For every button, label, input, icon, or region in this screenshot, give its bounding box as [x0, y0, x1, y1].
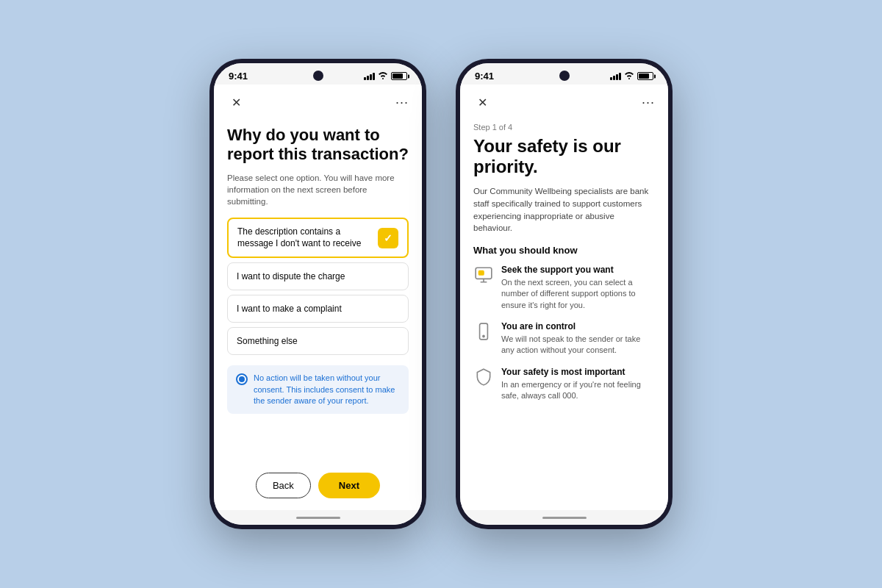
camera-notch-2	[559, 71, 570, 81]
info-title-3: Your safety is most important	[501, 367, 655, 377]
more-button-1[interactable]: ···	[395, 95, 409, 110]
phone-screen-2: 9:41 ✕ ···	[460, 63, 668, 525]
screen1-footer: Back Next	[214, 465, 422, 510]
signal-icon-2	[610, 72, 621, 80]
status-icons-1	[364, 71, 407, 81]
info-content-2: You are in control We will not speak to …	[501, 321, 655, 356]
consent-box: No action will be taken without your con…	[227, 365, 409, 414]
screen2-header: ✕ ···	[460, 85, 668, 120]
screen2-body: Step 1 of 4 Your safety is our priority.…	[460, 120, 668, 510]
info-item-3: Your safety is most important In an emer…	[473, 367, 655, 402]
info-title-2: You are in control	[501, 321, 655, 331]
step-label: Step 1 of 4	[473, 123, 655, 132]
monitor-icon	[473, 265, 494, 285]
screen1-body: Why do you want to report this transacti…	[214, 120, 422, 465]
close-button-1[interactable]: ✕	[227, 93, 245, 111]
close-button-2[interactable]: ✕	[473, 93, 491, 111]
signal-icon-1	[364, 72, 375, 80]
next-button[interactable]: Next	[318, 473, 380, 498]
info-content-3: Your safety is most important In an emer…	[501, 367, 655, 402]
info-content-1: Seek the support you want On the next sc…	[501, 265, 655, 311]
screen1-content: ✕ ··· Why do you want to report this tra…	[214, 85, 422, 510]
option-selected[interactable]: The description contains a message I don…	[227, 218, 409, 258]
status-icons-2	[610, 71, 653, 81]
consent-text: No action will be taken without your con…	[254, 373, 400, 406]
phone-frame-1: 9:41 ✕ ···	[209, 59, 426, 529]
svg-point-3	[483, 335, 484, 337]
screen2-title: Your safety is our priority.	[473, 136, 655, 176]
option-item-4[interactable]: Something else	[227, 327, 409, 355]
home-bar-2	[542, 517, 587, 519]
status-time-1: 9:41	[229, 71, 248, 82]
home-indicator-1	[214, 510, 422, 525]
screen2-intro: Our Community Wellbeing specialists are …	[473, 185, 655, 234]
section-heading: What you should know	[473, 245, 655, 256]
radio-circle-inner	[239, 376, 245, 382]
battery-icon-2	[637, 72, 653, 80]
home-indicator-2	[460, 510, 668, 525]
check-box	[378, 228, 398, 248]
screen1-title: Why do you want to report this transacti…	[227, 126, 409, 165]
shield-icon	[473, 367, 494, 387]
option-selected-text: The description contains a message I don…	[237, 226, 378, 249]
option-item-2[interactable]: I want to dispute the charge	[227, 262, 409, 290]
camera-notch-1	[313, 71, 323, 81]
info-item-2: You are in control We will not speak to …	[473, 321, 655, 356]
back-button[interactable]: Back	[256, 473, 311, 498]
battery-icon-1	[391, 72, 407, 80]
screen1-header: ✕ ···	[214, 85, 422, 120]
wifi-icon-1	[378, 71, 388, 81]
info-item-1: Seek the support you want On the next sc…	[473, 265, 655, 311]
phone-frame-2: 9:41 ✕ ···	[456, 59, 673, 529]
info-desc-3: In an emergency or if you're not feeling…	[501, 379, 655, 402]
phone-device-icon	[473, 321, 494, 342]
screen1-subtitle: Please select one option. You will have …	[227, 172, 409, 207]
info-desc-2: We will not speak to the sender or take …	[501, 334, 655, 356]
phone-screen-1: 9:41 ✕ ···	[214, 63, 422, 525]
info-title-1: Seek the support you want	[501, 265, 655, 275]
svg-rect-1	[479, 270, 484, 274]
option-item-3[interactable]: I want to make a complaint	[227, 295, 409, 323]
info-desc-1: On the next screen, you can select a num…	[501, 277, 655, 311]
radio-circle	[236, 373, 248, 385]
screen2-content: ✕ ··· Step 1 of 4 Your safety is our pri…	[460, 85, 668, 510]
more-button-2[interactable]: ···	[642, 95, 655, 110]
wifi-icon-2	[624, 71, 634, 81]
status-time-2: 9:41	[475, 71, 494, 82]
home-bar-1	[296, 517, 340, 519]
